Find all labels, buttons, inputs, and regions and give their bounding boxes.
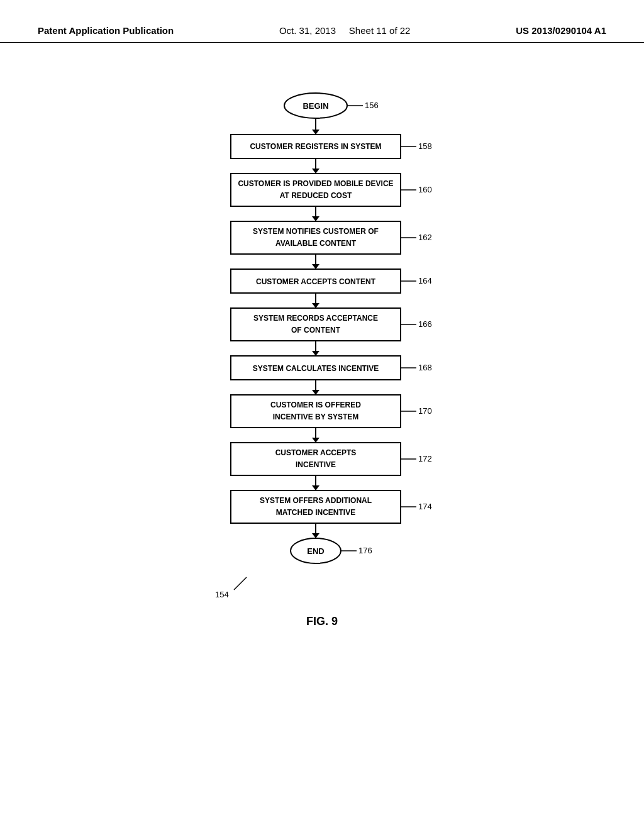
svg-marker-35 — [312, 485, 319, 490]
svg-line-42 — [234, 577, 247, 590]
node-174-line1: SYSTEM OFFERS ADDITIONAL — [260, 496, 372, 505]
svg-rect-12 — [231, 221, 401, 254]
node-166-line2: OF CONTENT — [291, 326, 341, 335]
publication-date: Oct. 31, 2013 — [279, 25, 336, 36]
node-172-line2: INCENTIVE — [296, 460, 336, 469]
node-158-text: CUSTOMER REGISTERS IN SYSTEM — [250, 142, 381, 151]
svg-marker-19 — [312, 303, 319, 308]
svg-marker-31 — [312, 438, 319, 443]
sheet-info: Sheet 11 of 22 — [349, 25, 411, 36]
ref-168: 168 — [418, 363, 432, 372]
ref-172: 172 — [418, 454, 432, 463]
svg-rect-8 — [231, 174, 401, 206]
begin-label: BEGIN — [303, 101, 328, 111]
flowchart-svg: BEGIN 156 CUSTOMER REGISTERS IN SYSTEM 1… — [165, 87, 479, 653]
node-168-text: SYSTEM CALCULATES INCENTIVE — [253, 364, 379, 373]
svg-marker-23 — [312, 351, 319, 356]
ref-160: 160 — [418, 185, 432, 194]
ref-176: 176 — [358, 546, 372, 555]
node-160-line2: AT REDUCED COST — [280, 191, 352, 200]
svg-marker-7 — [312, 169, 319, 174]
ref-166: 166 — [418, 319, 432, 329]
node-160-line1: CUSTOMER IS PROVIDED MOBILE DEVICE — [238, 179, 393, 188]
svg-rect-20 — [231, 308, 401, 341]
page-header: Patent Application Publication Oct. 31, … — [0, 0, 644, 43]
svg-marker-3 — [312, 130, 319, 135]
node-170-line2: INCENTIVE BY SYSTEM — [273, 412, 358, 421]
page: Patent Application Publication Oct. 31, … — [0, 0, 644, 830]
ref-158: 158 — [418, 141, 432, 151]
publication-label: Patent Application Publication — [38, 25, 174, 36]
ref-170: 170 — [418, 406, 432, 416]
node-170-line1: CUSTOMER IS OFFERED — [270, 401, 361, 409]
svg-rect-36 — [231, 490, 401, 523]
node-174-line2: MATCHED INCENTIVE — [276, 508, 355, 517]
end-label: END — [307, 546, 324, 556]
ref-154: 154 — [215, 590, 229, 599]
ref-174: 174 — [418, 502, 432, 511]
node-164-text: CUSTOMER ACCEPTS CONTENT — [256, 277, 376, 286]
node-162-line2: AVAILABLE CONTENT — [275, 239, 357, 248]
header-center: Oct. 31, 2013 Sheet 11 of 22 — [279, 25, 411, 36]
ref-162: 162 — [418, 233, 432, 242]
svg-marker-11 — [312, 216, 319, 221]
svg-marker-15 — [312, 264, 319, 269]
svg-rect-28 — [231, 395, 401, 428]
patent-number: US 2013/0290104 A1 — [516, 25, 606, 36]
flowchart-wrapper: BEGIN 156 CUSTOMER REGISTERS IN SYSTEM 1… — [165, 87, 479, 628]
node-172-line1: CUSTOMER ACCEPTS — [275, 448, 357, 457]
svg-rect-32 — [231, 443, 401, 475]
node-162-line1: SYSTEM NOTIFIES CUSTOMER OF — [253, 227, 379, 236]
ref-164: 164 — [418, 276, 432, 285]
svg-marker-27 — [312, 390, 319, 395]
fig-label: FIG. 9 — [306, 615, 338, 628]
diagram-area: BEGIN 156 CUSTOMER REGISTERS IN SYSTEM 1… — [0, 43, 644, 628]
node-166-line1: SYSTEM RECORDS ACCEPTANCE — [253, 314, 378, 323]
svg-marker-39 — [312, 533, 319, 538]
ref-156: 156 — [365, 101, 379, 110]
